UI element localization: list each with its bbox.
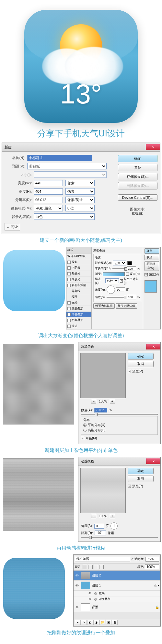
gradient-preview [3, 250, 65, 311]
ls-item[interactable]: 图案叠加 [66, 317, 91, 323]
lock-position-icon[interactable] [94, 565, 98, 569]
zoom-out-button[interactable]: − [91, 514, 96, 518]
ls-item[interactable]: 纹理 [66, 294, 91, 300]
ok-button[interactable]: 确定 [128, 468, 154, 474]
caption-5: 把刚刚做好的纹理进行一个叠加 [0, 630, 162, 636]
ls-item[interactable]: 描边 [66, 323, 91, 329]
opacity-input[interactable]: 100 [127, 266, 136, 271]
add-noise-dialog: 添加杂色✕ −100%+ 确定 取消 ✓预览(P) 数量(A):% 分布 平均分… [78, 342, 161, 444]
color-swatch[interactable] [127, 261, 132, 265]
layer-effect[interactable]: 👁效果 [74, 591, 160, 596]
motion-blur-dialog: 动感模糊✕ −100%+ 确定 取消 ✓预览(P) 角度(A):度 距离(D):… [78, 457, 161, 542]
layer-row[interactable]: 👁 背景 🔒 [74, 602, 160, 612]
layer-effect[interactable]: 👁渐变叠加 [74, 596, 160, 602]
temperature: 13° [60, 78, 102, 110]
width-label: 宽度(W): [5, 181, 34, 186]
ok-button[interactable]: 确定 [145, 248, 159, 254]
preset-select[interactable]: 剪贴板 [27, 163, 107, 169]
cancel-button[interactable]: 取消 [128, 476, 154, 482]
close-icon[interactable]: ✕ [146, 144, 160, 150]
ok-button[interactable]: 确定 [118, 155, 157, 162]
ls-item[interactable]: 光泽 [66, 300, 91, 306]
new-style-button[interactable]: 新建样式(W)... [145, 261, 159, 271]
ls-item[interactable]: 斜面和浮雕 [66, 283, 91, 288]
blend-select[interactable]: 正常 [113, 261, 126, 265]
preset-label: 预设(P): [5, 164, 27, 169]
blend-mode-select[interactable]: 线性加深 [75, 556, 130, 562]
new-layer-icon[interactable]: ▣ [106, 620, 111, 625]
res-unit[interactable]: 像素/英寸 [65, 197, 95, 203]
gradient-overlay-title: 渐变叠加 [93, 249, 141, 253]
link-icon[interactable]: ⚭ [75, 620, 81, 625]
motion-blur-texture [3, 458, 74, 531]
uniform-radio[interactable]: 平均分布(U) [83, 423, 156, 427]
height-input[interactable] [34, 188, 63, 195]
ls-item-gradient[interactable]: ✓渐变叠加 [66, 312, 91, 317]
close-icon[interactable]: ✕ [146, 458, 160, 464]
ls-item[interactable]: 内阴影 [66, 265, 91, 271]
fill-select[interactable]: 100% [145, 564, 159, 569]
noise-texture-preview [3, 344, 74, 424]
name-label: 名称(N): [5, 156, 27, 160]
caption-3: 新建图层加上杂色用平均分布单色 [0, 447, 162, 454]
layer-row[interactable]: 👁 图层 2 [74, 571, 160, 581]
ls-item[interactable]: 等高线 [66, 288, 91, 294]
angle-wheel[interactable] [110, 522, 118, 530]
height-label: 高度(H): [5, 189, 34, 194]
mono-checkbox[interactable]: ✓单色(M) [81, 436, 158, 441]
angle-input[interactable] [94, 524, 104, 529]
name-input[interactable] [27, 155, 92, 161]
brushed-preview [3, 558, 65, 619]
fx-icon[interactable]: fx [81, 620, 87, 625]
close-icon[interactable]: ✕ [146, 344, 160, 349]
res-input[interactable] [34, 197, 63, 203]
gradient-style-select[interactable]: 线性 [105, 278, 119, 283]
gaussian-radio[interactable]: 高斯分布(G) [83, 428, 156, 433]
lock-all-icon[interactable] [99, 565, 104, 569]
reset-button[interactable]: 复位 [118, 164, 157, 171]
width-input[interactable] [34, 180, 63, 186]
res-label: 分辨率(R): [5, 198, 34, 202]
width-unit[interactable]: 像素 [65, 180, 95, 186]
cancel-button[interactable]: 取消 [128, 361, 154, 367]
trash-icon[interactable]: 🗑 [112, 620, 118, 625]
device-central-button[interactable]: Device Central(E)... [118, 194, 157, 201]
set-default-button[interactable]: 设置为默认值 [93, 303, 115, 309]
mask-icon[interactable]: ◐ [87, 620, 93, 625]
dialog-title: 新建 [5, 145, 12, 150]
adjustment-icon[interactable]: ◑ [93, 620, 99, 625]
height-unit[interactable]: 像素 [65, 188, 95, 195]
eye-icon[interactable]: 👁 [75, 584, 79, 587]
cancel-button[interactable]: 取消 [145, 255, 159, 260]
folder-icon[interactable]: 📁 [99, 620, 105, 625]
zoom-in-button[interactable]: + [110, 514, 115, 518]
lock-transparency-icon[interactable] [83, 565, 87, 569]
bg-select[interactable]: 白色 [34, 213, 95, 220]
ls-item[interactable]: 颜色叠加 [66, 306, 91, 312]
eye-icon[interactable]: 👁 [75, 574, 79, 577]
advanced-toggle[interactable]: ⌄高级 [5, 223, 20, 231]
zoom-out-button[interactable]: − [91, 399, 96, 403]
ls-item[interactable]: 外发光 [66, 271, 91, 277]
lock-pixels-icon[interactable] [88, 565, 93, 569]
mode-select[interactable]: RGB 颜色 [34, 205, 63, 211]
depth-select[interactable]: 8 位 [65, 205, 95, 211]
distance-input[interactable] [95, 531, 106, 535]
amount-input[interactable] [94, 408, 107, 413]
angle-wheel[interactable] [107, 285, 115, 294]
image-size-value: 520.8K [118, 212, 157, 216]
ls-item[interactable]: 混合选项:默认 [66, 253, 91, 259]
chevron-down-icon: ⌄ [7, 225, 9, 229]
scale-input[interactable]: 100 [127, 295, 136, 299]
ok-button[interactable]: 确定 [128, 353, 154, 360]
ls-item[interactable]: 投影 [66, 259, 91, 265]
reset-default-button[interactable]: 复位为默认值 [116, 303, 137, 309]
angle-input[interactable]: 90 [116, 287, 125, 292]
opacity-select[interactable]: 75% [145, 557, 159, 562]
zoom-in-button[interactable]: + [110, 399, 115, 403]
gradient-preview-bar[interactable] [103, 272, 125, 276]
save-preset-button[interactable]: 存储预设(S)... [118, 173, 157, 180]
eye-icon[interactable]: 👁 [75, 605, 79, 609]
layer-row[interactable]: 👁 图层 1 fx ▾ [74, 581, 160, 591]
ls-item[interactable]: 内发光 [66, 277, 91, 283]
